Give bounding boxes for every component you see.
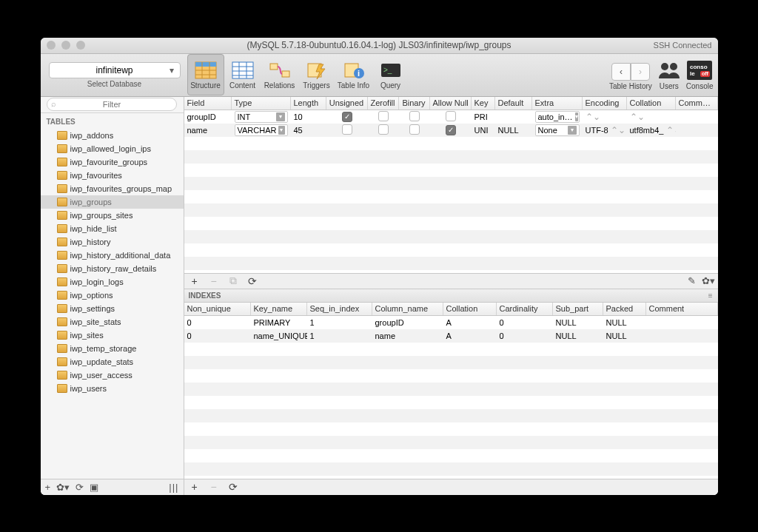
table-actions-button[interactable]: ✿▾: [56, 482, 70, 493]
users-button[interactable]: Users: [657, 60, 682, 90]
table-item[interactable]: iwp_site_stats: [41, 315, 184, 329]
table-icon: [57, 371, 67, 380]
table-item[interactable]: iwp_favourites: [41, 169, 184, 182]
column-header[interactable]: Zerofill: [368, 97, 399, 110]
index-header[interactable]: Non_unique: [184, 303, 251, 315]
history-back-button[interactable]: ‹: [611, 63, 631, 81]
column-header[interactable]: Unsigned: [326, 97, 368, 110]
table-icon: [57, 357, 67, 366]
dropdown[interactable]: None▾: [535, 124, 580, 136]
column-header[interactable]: Default: [495, 97, 532, 110]
indexes-menu-icon[interactable]: ≡: [708, 292, 714, 300]
toolbar-triggers-button[interactable]: Triggers: [298, 54, 335, 95]
filter-input[interactable]: [47, 98, 177, 111]
index-header[interactable]: Comment: [646, 303, 718, 315]
index-header[interactable]: Collation: [443, 303, 497, 315]
duplicate-column-button[interactable]: ⧉: [226, 275, 241, 287]
dropdown[interactable]: auto_in…▾: [535, 111, 580, 123]
toolbar-tableinfo-button[interactable]: iTable Info: [335, 54, 372, 95]
column-header[interactable]: Key: [472, 97, 495, 110]
add-index-button[interactable]: +: [187, 481, 202, 493]
svg-rect-13: [282, 71, 289, 77]
column-header[interactable]: Encoding: [583, 97, 627, 110]
table-item[interactable]: iwp_groups_sites: [41, 209, 184, 222]
refresh-indexes-button[interactable]: ⟳: [226, 481, 241, 493]
table-history-nav: ‹ ›: [611, 63, 650, 81]
column-row[interactable]: groupIDINT▾10✓PRIauto_in…▾ ⌃⌄ ⌃⌄: [184, 110, 718, 124]
checkbox[interactable]: ✓: [446, 125, 456, 135]
index-header[interactable]: Key_name: [251, 303, 307, 315]
column-header[interactable]: Length: [291, 97, 326, 110]
table-name: iwp_groups_sites: [70, 211, 133, 220]
toolbar-content-button[interactable]: Content: [224, 54, 261, 95]
checkbox[interactable]: [409, 111, 420, 121]
edit-columns-button[interactable]: ✎: [688, 275, 696, 286]
select-database-label: Select Database: [87, 80, 141, 88]
tableinfo-icon: i: [343, 61, 365, 80]
table-item[interactable]: iwp_groups: [41, 195, 184, 209]
refresh-tables-button[interactable]: ⟳: [76, 482, 84, 493]
indexes-grid[interactable]: 0PRIMARY1groupIDA0NULLNULL0name_UNIQUE1n…: [184, 316, 718, 343]
add-column-button[interactable]: +: [187, 275, 202, 287]
index-header[interactable]: Sub_part: [553, 303, 603, 315]
checkbox[interactable]: [409, 124, 420, 135]
column-header[interactable]: Allow Null: [430, 97, 472, 110]
table-item[interactable]: iwp_temp_storage: [41, 342, 184, 355]
table-item[interactable]: iwp_settings: [41, 302, 184, 315]
toolbar-structure-button[interactable]: Structure: [187, 54, 224, 95]
refresh-columns-button[interactable]: ⟳: [245, 275, 260, 287]
add-table-button[interactable]: +: [45, 482, 51, 493]
column-header[interactable]: Collation: [627, 97, 676, 110]
checkbox[interactable]: [378, 111, 389, 121]
checkbox[interactable]: [378, 124, 389, 135]
column-header[interactable]: Extra: [532, 97, 583, 110]
column-header[interactable]: Comm…: [676, 97, 718, 110]
remove-column-button[interactable]: −: [207, 275, 221, 287]
table-item[interactable]: iwp_options: [41, 289, 184, 302]
table-item[interactable]: iwp_hide_list: [41, 222, 184, 235]
table-item[interactable]: iwp_favourite_groups: [41, 155, 184, 169]
table-item[interactable]: iwp_update_stats: [41, 355, 184, 368]
index-header[interactable]: Column_name: [372, 303, 443, 315]
index-row[interactable]: 0PRIMARY1groupIDA0NULLNULL: [184, 316, 718, 329]
svg-point-22: [670, 63, 677, 70]
dropdown[interactable]: VARCHAR▾: [235, 124, 288, 136]
toolbar-query-button[interactable]: >_Query: [372, 54, 409, 95]
dropdown[interactable]: INT▾: [235, 111, 288, 123]
table-item[interactable]: iwp_addons: [41, 129, 184, 142]
table-item[interactable]: iwp_users: [41, 382, 184, 395]
console-button[interactable]: consoleoff Console: [686, 60, 714, 90]
columns-grid[interactable]: groupIDINT▾10✓PRIauto_in…▾ ⌃⌄ ⌃⌄nameVARC…: [184, 110, 718, 137]
toggle-info-button[interactable]: ▣: [90, 482, 98, 493]
table-item[interactable]: iwp_history_additional_data: [41, 249, 184, 262]
index-header[interactable]: Packed: [603, 303, 646, 315]
column-row[interactable]: nameVARCHAR▾45✓UNINULLNone▾UTF-8 ⌃⌄utf8m…: [184, 124, 718, 137]
database-selector[interactable]: infinitewp: [49, 62, 181, 78]
toolbar: infinitewp Select Database StructureCont…: [41, 54, 718, 97]
checkbox[interactable]: [446, 111, 456, 121]
remove-index-button[interactable]: −: [207, 481, 221, 493]
table-item[interactable]: iwp_allowed_login_ips: [41, 142, 184, 155]
structure-icon: [195, 61, 217, 80]
index-header[interactable]: Seq_in_index: [307, 303, 372, 315]
columns-settings-button[interactable]: ✿▾: [702, 275, 715, 286]
table-item[interactable]: iwp_sites: [41, 329, 184, 342]
history-forward-button[interactable]: ›: [631, 63, 650, 81]
app-window: (MySQL 5.7.18-0ubuntu0.16.04.1-log) JLS0…: [41, 38, 718, 495]
index-row[interactable]: 0name_UNIQUE1nameA0NULLNULL: [184, 329, 718, 343]
table-item[interactable]: iwp_history_raw_details: [41, 262, 184, 275]
column-header[interactable]: Field: [184, 97, 232, 110]
table-icon: [57, 251, 67, 260]
table-item[interactable]: iwp_history: [41, 235, 184, 249]
checkbox[interactable]: ✓: [342, 112, 352, 122]
content-icon: [232, 61, 254, 80]
column-header[interactable]: Type: [232, 97, 291, 110]
table-item[interactable]: iwp_login_logs: [41, 275, 184, 289]
table-item[interactable]: iwp_user_access: [41, 368, 184, 382]
index-header[interactable]: Cardinality: [497, 303, 553, 315]
toolbar-relations-button[interactable]: Relations: [261, 54, 298, 95]
table-item[interactable]: iwp_favourites_groups_map: [41, 182, 184, 195]
sidebar-resize-handle[interactable]: |||: [169, 482, 178, 493]
checkbox[interactable]: [342, 124, 352, 135]
column-header[interactable]: Binary: [399, 97, 430, 110]
